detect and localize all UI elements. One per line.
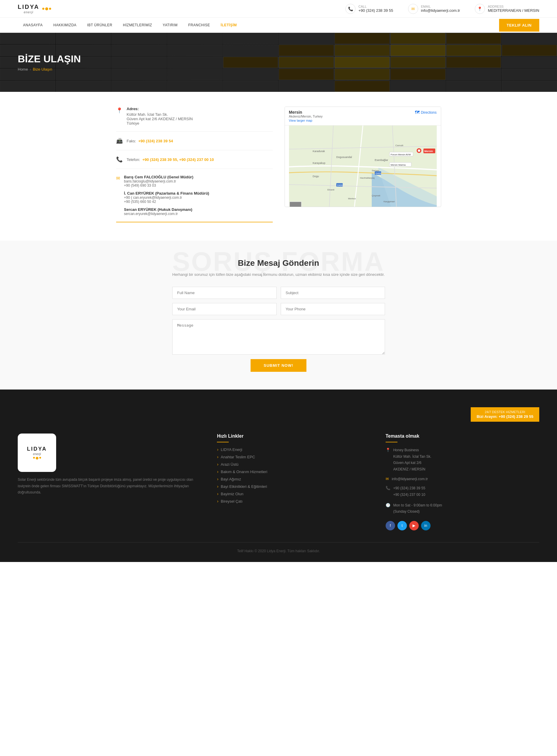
footer-link-3[interactable]: ›Arazi Üstü [217,462,371,467]
svg-text:Elvanli: Elvanli [327,188,334,191]
svg-text:Forum Mersin AVM: Forum Mersin AVM [391,153,411,156]
svg-text:Mersin Marina: Mersin Marina [391,164,406,166]
svg-text:Karadurak: Karadurak [313,150,325,153]
topbar-address: 📍 Address MEDITERRANEAN / MERSIN [475,4,539,14]
phone-label: Telefon: [127,157,140,162]
form-desc: Herhangi bir sorunuz için lütfen bize aş… [172,272,385,278]
breadcrumb-separator: › [30,67,31,71]
footer-contact-phone: 📞 +90 (324) 238 39 55 +90 (324) 237 00 1… [386,485,539,498]
footer-divider [217,442,229,442]
support-cta: Bizi Arayın: +90 (324) 238 29 55 [477,414,533,419]
map-title: Mersin [289,110,323,115]
call-label: Call [358,5,393,8]
form-title: Bize Mesaj Gönderin [172,258,385,268]
email-label: Email [421,5,460,8]
svg-point-18 [418,150,420,152]
subject-input[interactable] [281,287,385,299]
footer-link-4[interactable]: ›Bakım & Onarım Hizmetleri [217,469,371,474]
footer-contact-hours: 🕐 Mon to Sat - 9:00am to 6:00pm (Sunday … [386,502,539,515]
phone-input[interactable] [281,303,385,315]
contact-info: 📍 Adres: Kültür Mah. İclal Tan Sk. Güven… [116,106,273,226]
address-label: Adres: [127,106,193,111]
footer-bottom: Telif Hakkı © 2020 Lidya Enerji. Tüm hak… [18,542,539,553]
copyright-text: Telif Hakkı © 2020 Lidya Enerji. Tüm hak… [237,549,320,553]
nav-anasayfa[interactable]: ANASAYFA [18,18,48,32]
nav-links: ANASAYFA HAKKIMIZDA IBT ÜRÜNLER HİZMETLE… [18,18,242,32]
breadcrumb: Home › Bize Ulaşın [18,67,81,71]
nav-ibt-urunler[interactable]: IBT ÜRÜNLER [82,18,118,32]
footer-logo-box: LIDYA enerji [18,434,56,472]
svg-text:Kargipinari: Kargipinari [384,200,395,203]
footer-hours-text: Mon to Sat - 9:00am to 6:00pm (Sunday Cl… [393,502,442,515]
logo-text: LIDYA [18,4,39,10]
svg-text:Karayakup: Karayakup [313,161,325,164]
map-larger-link[interactable]: View larger map [289,119,323,122]
footer-link-7[interactable]: ›Bayimiz Olun [217,492,371,496]
footer-phone-text: +90 (324) 238 39 55 +90 (324) 237 00 10 [393,485,425,498]
hero-section: BİZE ULAŞIN Home › Bize Ulaşın [0,33,557,92]
address-line3: Türkiye [127,121,193,126]
person2-email: +90 ( can.eryurek@lidyaenerji.com.tr [124,195,209,200]
address-item: 📍 Adres: Kültür Mah. İclal Tan Sk. Güven… [116,106,273,132]
svg-text:Mersin: Mersin [424,150,433,153]
footer-contact-divider [386,442,398,442]
person3-name: Sercan ERYÜREK (Hukuk Danışmanı) [124,207,193,212]
footer-about-text: Solar Enerji sektöründe tüm avrupada bir… [18,477,202,496]
full-name-input[interactable] [172,287,276,299]
social-icons: f t ▶ in [386,521,539,530]
footer-contact: Temasta olmak 📍 Honey Business Kültür Ma… [386,434,539,530]
navbar: ANASAYFA HAKKIMIZDA IBT ÜRÜNLER HİZMETLE… [0,18,557,33]
social-linkedin[interactable]: in [421,521,431,530]
phone-item-icon: 📞 [116,156,123,163]
address-line1: Kültür Mah. İclal Tan Sk. [127,112,193,117]
nav-yatirim[interactable]: YATIRIM [157,18,183,32]
footer-link-8[interactable]: ›Bireysel Çatı [217,499,371,504]
person1-email: baris.falcioglu@lidyaenerji.com.tr [124,179,194,183]
fax-item: 📠 Faks: +90 (324) 238 39 54 [116,137,273,150]
footer-contact-address: 📍 Honey Business Kültür Mah. İclal Tan S… [386,447,539,472]
person-3: ✉ Sercan ERYÜREK (Hukuk Danışmanı) serca… [116,207,273,222]
nav-hakkimizda[interactable]: HAKKIMIZDA [48,18,82,32]
footer-link-2[interactable]: ›Anahtar Teslim EPC [217,454,371,459]
social-facebook[interactable]: f [386,521,395,530]
email-value: info@lidyaenerji.com.tr [421,8,460,13]
social-youtube[interactable]: ▶ [409,521,419,530]
nav-hizmetlerimiz[interactable]: HİZMETLERİMİZ [118,18,157,32]
message-textarea[interactable] [172,319,385,355]
teklif-alin-button[interactable]: Teklif Alın [499,19,539,32]
svg-text:📷: 📷 [290,206,293,207]
svg-text:Merkez: Merkez [348,197,356,200]
address-pin-icon: 📍 [116,107,123,114]
footer-address-text: Honey Business Kültür Mah. İclal Tan Sk.… [393,447,432,472]
person-1: ✉ Barış Cem FALCIOĞLU (Genel Müdür) bari… [116,175,273,188]
logo[interactable]: LIDYA enerji [18,4,51,14]
footer-link-1[interactable]: ›LIDYA Enerji [217,447,371,452]
footer-link-6[interactable]: ›Bayi Etkinlikleri & Eğitimleri [217,484,371,489]
email-icon: ✉ [408,4,418,14]
map-directions-link[interactable]: 🗺 Directions [415,110,436,115]
address-value: MEDITERRANEAN / MERSIN [488,8,539,13]
footer-contact-email[interactable]: ✉ info@lidyaenerji.com.tr [386,477,539,481]
breadcrumb-current: Bize Ulaşın [33,67,52,71]
call-value: +90 (324) 238 39 55 [358,8,393,13]
breadcrumb-home[interactable]: Home [18,67,28,71]
person1-phone: +90 (549) 690 33 03 [124,183,194,188]
submit-button[interactable]: SUBMIT NOW! [251,359,306,372]
fax-value: +90 (324) 238 39 54 [138,139,173,143]
footer-links-title: Hızlı Linkler [217,434,371,439]
page-title: BİZE ULAŞIN [18,53,81,65]
social-twitter[interactable]: t [398,521,407,530]
fax-label: Faks: [127,139,136,143]
nav-iletisim[interactable]: İLETİŞİM [215,18,242,32]
footer-email-text: info@lidyaenerji.com.tr [392,477,428,481]
support-bar[interactable]: 24/7 Destek Hizmetleri Bizi Arayın: +90 … [471,407,539,422]
svg-text:Camulli: Camulli [395,144,403,147]
footer-link-5[interactable]: ›Bayi Ağımız [217,477,371,481]
svg-text:Dogusuandal: Dogusuandal [336,156,352,159]
svg-text:Dogu: Dogu [313,175,319,178]
svg-text:D400: D400 [337,184,343,187]
email-input[interactable] [172,303,276,315]
person2-name: İ. Can ERYÜREK (Pazarlama & Finans Müdür… [124,191,209,195]
nav-franchise[interactable]: FRANCHISE [183,18,215,32]
person3-icon: ✉ [116,208,120,214]
